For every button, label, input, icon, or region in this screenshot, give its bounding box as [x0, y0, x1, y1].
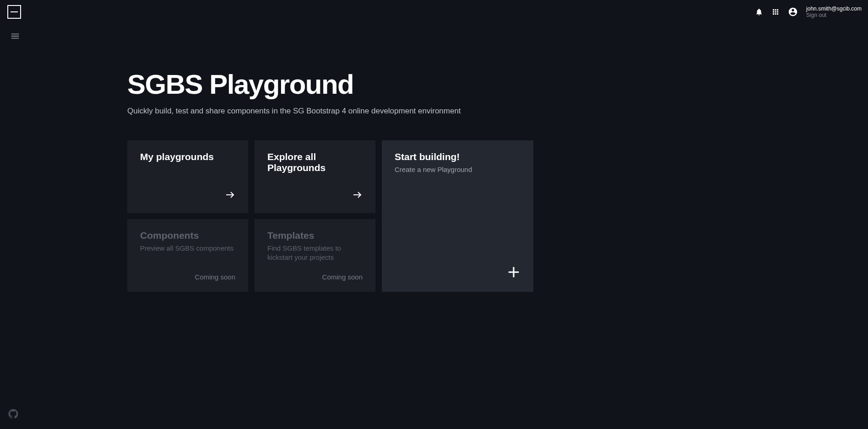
- account-circle-icon[interactable]: [788, 7, 798, 17]
- apps-grid-icon[interactable]: [771, 8, 780, 16]
- coming-soon-label: Coming soon: [195, 273, 235, 281]
- card-templates: Templates Find SGBS templates to kicksta…: [255, 219, 375, 292]
- main-content: SGBS Playground Quickly build, test and …: [0, 50, 868, 292]
- github-icon[interactable]: [8, 409, 18, 421]
- bell-icon[interactable]: [755, 8, 763, 16]
- card-desc: Create a new Playground: [395, 165, 521, 174]
- page-subtitle: Quickly build, test and share components…: [127, 107, 868, 116]
- arrow-right-icon: [352, 189, 363, 202]
- card-footer: Coming soon: [267, 273, 363, 281]
- card-footer: [140, 189, 235, 202]
- arrow-right-icon: [224, 189, 235, 202]
- topbar-icons: [755, 7, 798, 17]
- card-start-building[interactable]: Start building! Create a new Playground: [382, 140, 533, 292]
- logo-inner: [11, 11, 18, 12]
- page-title: SGBS Playground: [127, 69, 868, 100]
- card-title: My playgrounds: [140, 151, 235, 162]
- card-title: Components: [140, 230, 235, 241]
- card-title: Explore all Playgrounds: [267, 151, 363, 173]
- logo[interactable]: [7, 5, 21, 19]
- card-footer: Coming soon: [140, 273, 235, 281]
- hamburger-menu-icon[interactable]: [10, 31, 20, 43]
- cards-row-2: Components Preview all SGBS components C…: [127, 219, 375, 292]
- topbar-right: john.smith@sgcib.com Sign out: [755, 5, 862, 19]
- card-desc: Preview all SGBS components: [140, 244, 235, 253]
- card-components: Components Preview all SGBS components C…: [127, 219, 248, 292]
- sign-out-link[interactable]: Sign out: [806, 12, 862, 18]
- card-footer: [267, 189, 363, 202]
- topbar: john.smith@sgcib.com Sign out: [0, 0, 868, 24]
- cards-row-1: My playgrounds Explore all Playgrounds: [127, 140, 375, 213]
- user-block: john.smith@sgcib.com Sign out: [806, 5, 862, 19]
- card-explore[interactable]: Explore all Playgrounds: [255, 140, 375, 213]
- card-title: Start building!: [395, 151, 521, 162]
- secondary-row: [0, 24, 868, 50]
- plus-icon: [507, 265, 521, 281]
- card-my-playgrounds[interactable]: My playgrounds: [127, 140, 248, 213]
- cards-left-column: My playgrounds Explore all Playgrounds: [127, 140, 375, 292]
- card-title: Templates: [267, 230, 363, 241]
- card-desc: Find SGBS templates to kickstart your pr…: [267, 244, 363, 263]
- user-email: john.smith@sgcib.com: [806, 5, 862, 12]
- card-footer: [395, 265, 521, 281]
- cards-area: My playgrounds Explore all Playgrounds: [127, 140, 868, 292]
- coming-soon-label: Coming soon: [322, 273, 363, 281]
